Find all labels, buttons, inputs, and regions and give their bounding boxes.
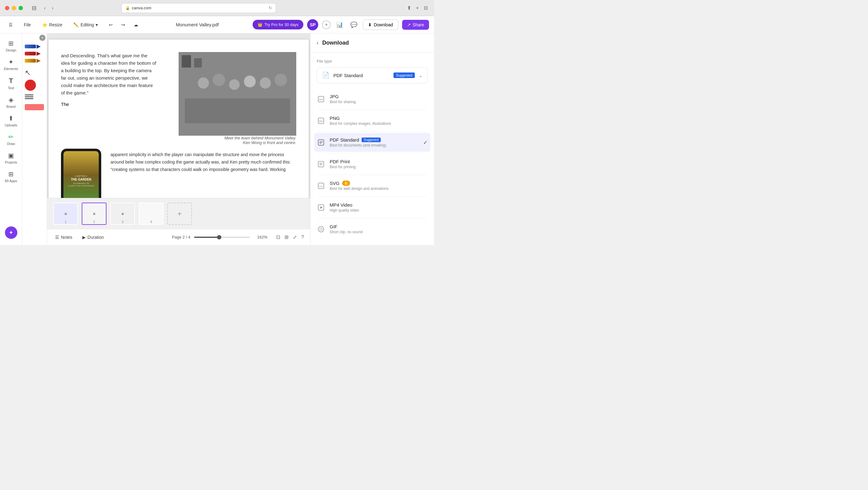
avatar-button[interactable]: SP [307,19,318,30]
mp4-desc: High quality video [330,208,428,212]
slide-thumb-1[interactable]: ▣ 1 [53,203,78,225]
page-view-button[interactable]: ⊡ [275,233,281,241]
file-type-section: File type 📄 PDF Standard Suggested ⌄ [310,53,434,89]
file-option-mp4[interactable]: MP4 Video High quality video [314,198,430,217]
add-collaborator-button[interactable]: + [322,21,331,29]
red-swatch[interactable] [25,52,36,55]
editing-button[interactable]: ✏️ Editing ▾ [70,21,101,29]
sidebar-item-text[interactable]: T Text [1,74,21,92]
magic-button[interactable]: ✦ [5,226,17,239]
maximize-button[interactable] [19,6,23,10]
undo-button[interactable]: ↩ [105,21,116,29]
notes-button[interactable]: ☰ Notes [52,233,75,241]
close-panel-button[interactable]: × [39,35,45,41]
undo-redo-controls: ↩ ↪ ☁ [105,21,142,29]
yellow-swatch[interactable] [25,59,36,63]
pdf-standard-icon [317,139,326,146]
minimize-button[interactable] [12,6,16,10]
zoom-level: 162% [257,235,268,239]
download-button[interactable]: ⬇ Download [363,20,398,30]
pointer-tool[interactable]: ↖ [25,68,44,77]
redo-button[interactable]: ↪ [118,21,129,29]
cloud-save-button[interactable]: ☁ [130,21,142,29]
svg-point-8 [275,74,287,86]
menu-lines-tool[interactable] [25,94,44,99]
svg-desc: Best for web design and animations [330,186,428,191]
duration-label: Duration [88,235,104,240]
lock-icon: 🔒 [125,6,130,10]
file-option-png[interactable]: IMG PNG Best for complex images, illustr… [314,111,430,130]
reload-icon[interactable]: ↻ [269,6,272,10]
sidebar-toggle-button[interactable]: ⊟ [29,4,39,12]
address-bar[interactable]: 🔒 canva.com ↻ [121,3,276,13]
add-slide-button[interactable]: + [167,203,192,225]
file-option-jpg[interactable]: IMG JPG Best for sharing [314,89,430,108]
svg-rect-9 [185,98,290,123]
panel-back-button[interactable]: ‹ [317,40,318,46]
yellow-arrow-icon: ▶ [36,58,40,63]
share-browser-button[interactable]: ⬆ [406,4,412,12]
try-pro-button[interactable]: 👑 Try Pro for 30 days [253,20,303,29]
notes-icon: ☰ [55,235,59,240]
app-toolbar: ☰ File ⭐ Resize ✏️ Editing ▾ ↩ ↪ ☁ Monum… [0,16,434,33]
image-caption: Meet the team behind Monument Valley.Ken… [179,136,296,145]
pink-bar-swatch[interactable] [25,104,44,110]
svg-info: SVG ⭐ Best for web design and animations [330,180,428,191]
svg-point-5 [229,79,240,90]
forward-button[interactable]: › [51,4,55,12]
fullscreen-button[interactable]: ⤢ [291,233,298,241]
file-option-pdf-print[interactable]: PDF Print Best for printing [314,154,430,173]
analytics-button[interactable]: 📊 [334,20,345,30]
svg-text:IMG: IMG [319,120,323,122]
sidebar-item-draw[interactable]: ✏ Draw [1,131,21,148]
back-button[interactable]: ‹ [43,4,47,12]
slide-thumb-3[interactable]: ▣ 3 [110,203,135,225]
help-button[interactable]: ? [300,233,305,241]
sidebar-item-uploads[interactable]: ⬆ Uploads [1,112,21,129]
new-tab-button[interactable]: + [415,4,420,12]
slide-thumb-2[interactable]: ▣ 2 [82,203,106,225]
progress-bar[interactable] [194,237,250,238]
sidebar-right-button[interactable]: ⊟ [423,4,429,12]
canvas-content[interactable]: and Descending. That's what gave me the … [47,33,310,198]
sidebar-item-design[interactable]: ⊞ Design [1,37,21,55]
resize-icon: ⭐ [42,22,48,27]
sidebar-item-elements[interactable]: ✦ Elements [1,56,21,73]
svg-name: SVG ⭐ [330,180,428,186]
share-button[interactable]: ↗ Share [402,20,429,30]
text-label: Text [8,86,14,90]
file-button[interactable]: File [20,21,35,29]
apps-label: 89 Apps [5,179,17,183]
hamburger-menu-button[interactable]: ☰ [5,21,17,29]
draw-icon: ✏ [8,133,13,141]
resize-button[interactable]: ⭐ Resize [38,21,66,29]
progress-thumb [217,235,221,239]
grid-view-button[interactable]: ⊞ [283,233,290,241]
duration-button[interactable]: ▶ Duration [79,233,107,241]
bottom-toolbar: ☰ Notes ▶ Duration Page 2 / 4 162% ⊡ ⊞ ⤢ [47,229,310,245]
uploads-label: Uploads [5,123,17,127]
close-button[interactable] [5,6,9,10]
sidebar-item-apps[interactable]: ⊞ 89 Apps [1,168,21,185]
main-layout: ⊞ Design ✦ Elements T Text ◈ Brand ⬆ Upl… [0,33,434,245]
file-option-svg[interactable]: SVG SVG ⭐ Best for web design and animat… [314,176,430,195]
lower-content: CHAPTER II THE GARDEN IDA EMBARKS ONA QU… [61,149,296,198]
file-option-pdf-standard[interactable]: PDF Standard Suggested Best for document… [314,133,430,152]
traffic-lights [5,6,23,10]
svg-point-27 [320,228,322,230]
progress-fill [194,237,219,238]
draw-color-circle[interactable] [25,80,36,91]
file-option-gif[interactable]: GIF Short clip, no sound [314,220,430,238]
blue-swatch[interactable] [25,45,36,48]
pdf-standard-desc: Best for documents (and emailing) [330,143,419,147]
projects-icon: ▣ [8,152,14,159]
try-pro-label: Try Pro for 30 days [265,22,299,27]
sidebar-item-projects[interactable]: ▣ Projects [1,149,21,167]
comments-button[interactable]: 💬 [348,20,359,30]
page-body-paragraph: apparent simplicity in which the player … [111,151,296,173]
pdf-selected-checkmark-icon: ✓ [423,139,428,146]
slide-thumb-4[interactable]: 4 [139,203,163,225]
sidebar-item-brand[interactable]: ◈ Brand [1,93,21,111]
file-type-dropdown[interactable]: 📄 PDF Standard Suggested ⌄ [317,67,428,83]
color-panel: × ▶ ▶ ▶ [22,33,47,245]
